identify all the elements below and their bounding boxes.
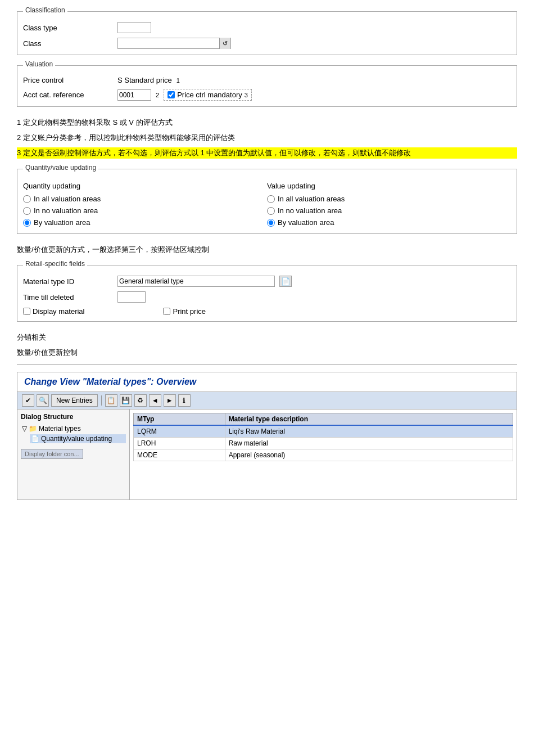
tree-expand-icon: ▽ <box>22 425 27 433</box>
class-type-label: Class type <box>23 24 113 32</box>
price-ctrl-mandatory-ref: 3 <box>245 92 248 98</box>
toolbar: ✔ 🔍 New Entries 📋 💾 ♻ ◄ ► ℹ <box>17 392 517 410</box>
note1: 1 定义此物料类型的物料采取 S 或 V 的评估方式 <box>17 117 517 129</box>
value-radio-group: In all valuation areas In no valuation a… <box>267 195 511 227</box>
price-control-label: Price control <box>23 76 113 84</box>
retail-note1: 分销相关 <box>17 332 517 344</box>
display-print-row: Display material Print price <box>23 307 511 316</box>
price-control-row: Price control S Standard price 1 <box>23 76 511 84</box>
tree-material-types-label: Material types <box>39 425 81 433</box>
print-price-checkbox[interactable] <box>163 308 170 315</box>
toolbar-sep1 <box>101 395 102 406</box>
class-input[interactable] <box>118 39 219 47</box>
change-view-panel: Change View "Material types": Overview ✔… <box>17 372 517 500</box>
toolbar-copy-btn[interactable]: 📋 <box>105 394 117 407</box>
class-lookup-icon[interactable]: ↺ <box>219 38 230 49</box>
material-type-id-label: Material type ID <box>23 277 113 286</box>
class-label: Class <box>23 39 113 48</box>
data-table-area: MTyp Material type description LQRM Liqi… <box>130 410 517 500</box>
tree-qty-value[interactable]: 📄 Quantity/value updating <box>30 434 126 443</box>
retail-title: Retail-specific fields <box>23 260 87 268</box>
display-material-item[interactable]: Display material <box>23 307 84 316</box>
dialog-structure: Dialog Structure ▽ 📁 Material types 📄 Qu… <box>17 410 130 500</box>
valuation-section: Valuation Price control S Standard price… <box>17 65 517 107</box>
display-material-label: Display material <box>33 307 84 316</box>
note3: 3 定义是否强制控制评估方式，若不勾选，则评估方式以 1 中设置的值为默认值，但… <box>17 147 517 159</box>
valuation-title: Valuation <box>23 60 55 68</box>
qty-val-title: Quantity/value updating <box>23 164 98 172</box>
description-cell: Apparel (seasonal) <box>225 449 513 461</box>
val-option-1[interactable]: In all valuation areas <box>267 195 511 203</box>
class-type-row: Class type <box>23 22 511 33</box>
mtyp-cell: MODE <box>134 449 225 461</box>
retail-note2: 数量/价值更新控制 <box>17 347 517 359</box>
acct-cat-row: Acct cat. reference 2 Price ctrl mandato… <box>23 89 511 101</box>
class-input-container: ↺ <box>117 38 231 49</box>
col-description: Material type description <box>225 413 513 425</box>
acct-cat-label: Acct cat. reference <box>23 91 113 99</box>
quantity-radio-group: In all valuation areas In no valuation a… <box>23 195 267 227</box>
time-till-deleted-label: Time till deleted <box>23 293 113 302</box>
price-ctrl-mandatory-label: Price ctrl mandatory <box>177 91 242 99</box>
classification-title: Classification <box>23 6 67 14</box>
qty-option-3[interactable]: By valuation area <box>23 218 267 227</box>
price-ctrl-mandatory-container: Price ctrl mandatory 3 <box>164 89 252 101</box>
toolbar-next-btn[interactable]: ► <box>164 394 176 407</box>
val-option-2[interactable]: In no valuation area <box>267 206 511 215</box>
print-price-label: Print price <box>173 307 206 316</box>
dialog-structure-title: Dialog Structure <box>21 413 126 421</box>
material-types-table: MTyp Material type description LQRM Liqi… <box>133 413 513 461</box>
toolbar-refresh-btn[interactable]: ♻ <box>134 394 147 407</box>
qty-note: 数量/价值更新的方式，一般选择第三个，按照评估区域控制 <box>17 244 517 256</box>
acct-cat-input[interactable] <box>117 89 151 101</box>
classification-section: Classification Class type Class ↺ <box>17 11 517 55</box>
value-col-title: Value updating <box>267 182 511 190</box>
new-entries-button[interactable]: New Entries <box>51 394 98 407</box>
material-type-id-input[interactable] <box>117 276 275 287</box>
description-cell: Raw material <box>225 437 513 449</box>
toolbar-search-btn[interactable]: 🔍 <box>37 394 49 407</box>
change-view-title: Change View "Material types": Overview <box>17 372 517 392</box>
display-material-checkbox[interactable] <box>23 308 30 315</box>
class-row: Class ↺ <box>23 38 511 49</box>
class-type-input[interactable] <box>117 22 151 33</box>
price-control-ref: 1 <box>177 77 180 84</box>
acct-cat-ref: 2 <box>156 92 159 98</box>
tree-material-types[interactable]: ▽ 📁 Material types <box>21 424 126 433</box>
time-till-deleted-row: Time till deleted <box>23 291 511 303</box>
display-folder-btn[interactable]: Display folder con... <box>21 449 83 459</box>
material-type-id-row: Material type ID 📄 <box>23 276 511 287</box>
divider <box>17 364 517 365</box>
toolbar-save-btn[interactable]: 💾 <box>120 394 132 407</box>
print-price-item[interactable]: Print price <box>163 307 206 316</box>
toolbar-check-btn[interactable]: ✔ <box>22 394 34 407</box>
toolbar-info-btn[interactable]: ℹ <box>178 394 191 407</box>
value-col: Value updating In all valuation areas In… <box>267 182 511 227</box>
time-till-deleted-input[interactable] <box>117 291 146 303</box>
tree-qty-label: Quantity/value updating <box>41 435 112 443</box>
table-row[interactable]: MODE Apparel (seasonal) <box>134 449 513 461</box>
toolbar-prev-btn[interactable]: ◄ <box>149 394 161 407</box>
content-area: Dialog Structure ▽ 📁 Material types 📄 Qu… <box>17 410 517 500</box>
qty-option-1[interactable]: In all valuation areas <box>23 195 267 203</box>
qty-option-2[interactable]: In no valuation area <box>23 206 267 215</box>
quantity-col: Quantity updating In all valuation areas… <box>23 182 267 227</box>
description-cell: Liqi's Raw Material <box>225 425 513 438</box>
retail-section: Retail-specific fields Material type ID … <box>17 265 517 322</box>
price-ctrl-mandatory-checkbox[interactable] <box>168 91 175 98</box>
mtyp-cell: LQRM <box>134 425 225 438</box>
tree-qty-icon: 📄 <box>31 435 39 443</box>
folder-icon: 📁 <box>29 425 37 433</box>
price-control-value: S Standard price <box>117 76 172 84</box>
material-type-lookup-btn[interactable]: 📄 <box>279 276 292 287</box>
table-row[interactable]: LQRM Liqi's Raw Material <box>134 425 513 438</box>
quantity-col-title: Quantity updating <box>23 182 267 190</box>
quantity-value-section: Quantity/value updating Quantity updatin… <box>17 169 517 234</box>
mtyp-cell: LROH <box>134 437 225 449</box>
table-row[interactable]: LROH Raw material <box>134 437 513 449</box>
col-mtyp: MTyp <box>134 413 225 425</box>
note2: 2 定义账户分类参考，用以控制此种物料类型物料能够采用的评估类 <box>17 132 517 144</box>
val-option-3[interactable]: By valuation area <box>267 218 511 227</box>
